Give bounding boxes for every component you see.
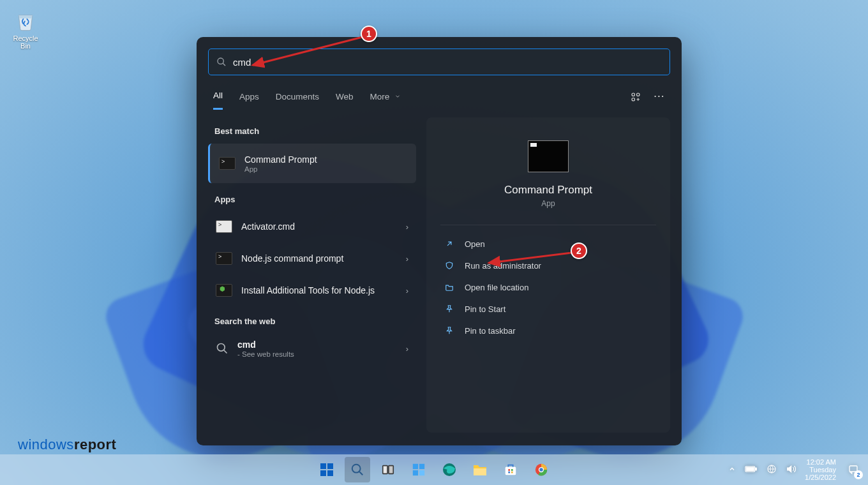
taskbar: 12:02 AM Tuesday 1/25/2022 2	[0, 454, 868, 485]
section-apps: Apps	[208, 186, 416, 209]
svg-rect-17	[413, 464, 418, 469]
action-pin-start[interactable]: Pin to Start	[435, 298, 661, 320]
svg-rect-12	[327, 470, 333, 476]
volume-icon[interactable]	[786, 464, 796, 476]
svg-rect-23	[505, 466, 516, 475]
search-icon	[216, 342, 228, 355]
chevron-right-icon: ›	[406, 254, 408, 264]
svg-rect-20	[419, 470, 424, 475]
search-icon	[216, 57, 227, 67]
result-web-cmd[interactable]: cmd - See web results ›	[208, 334, 416, 363]
svg-line-1	[223, 63, 225, 66]
result-activator-cmd[interactable]: Activator.cmd ›	[208, 212, 416, 241]
chrome-button[interactable]	[528, 457, 554, 482]
tab-documents[interactable]: Documents	[276, 87, 319, 109]
annotation-badge-1: 1	[361, 26, 377, 42]
result-nodejs-tools[interactable]: Install Additional Tools for Node.js ›	[208, 276, 416, 305]
quick-settings-icon[interactable]	[630, 91, 641, 105]
svg-rect-11	[320, 470, 326, 476]
svg-rect-33	[747, 467, 754, 470]
tab-web[interactable]: Web	[336, 87, 354, 109]
action-run-admin[interactable]: Run as administrator	[435, 255, 661, 276]
pin-icon	[444, 304, 454, 314]
svg-rect-10	[327, 463, 333, 469]
tab-more[interactable]: More	[370, 87, 401, 109]
nodejs-icon	[216, 284, 232, 297]
folder-icon	[472, 463, 488, 477]
preview-subtitle: App	[426, 199, 670, 208]
battery-icon[interactable]	[745, 465, 758, 475]
network-icon[interactable]	[767, 464, 777, 476]
chevron-right-icon: ›	[406, 222, 408, 232]
action-pin-taskbar[interactable]: Pin to taskbar	[435, 320, 661, 341]
svg-rect-32	[756, 468, 757, 470]
svg-rect-25	[511, 469, 513, 471]
svg-point-4	[632, 98, 635, 101]
tab-all[interactable]: All	[213, 86, 223, 110]
svg-rect-9	[320, 463, 326, 469]
result-nodejs-cmd[interactable]: Node.js command prompt ›	[208, 244, 416, 273]
system-tray: 12:02 AM Tuesday 1/25/2022 2	[728, 458, 868, 481]
svg-rect-22	[474, 468, 486, 475]
open-icon	[444, 239, 454, 249]
svg-point-0	[218, 58, 223, 64]
preview-pane: Command Prompt App Open Run as administr…	[426, 117, 670, 433]
divider	[440, 225, 656, 225]
svg-point-3	[636, 93, 640, 96]
tab-apps[interactable]: Apps	[239, 87, 259, 109]
taskbar-search-button[interactable]	[345, 457, 370, 482]
preview-title: Command Prompt	[426, 184, 670, 197]
task-view-button[interactable]	[375, 457, 401, 482]
search-icon	[350, 463, 364, 477]
microsoft-store-button[interactable]	[498, 457, 523, 482]
svg-line-6	[224, 350, 227, 354]
section-best-match: Best match	[208, 117, 416, 141]
search-input[interactable]	[233, 57, 662, 68]
taskbar-clock[interactable]: 12:02 AM Tuesday 1/25/2022	[805, 458, 836, 481]
svg-rect-18	[419, 464, 424, 469]
action-open[interactable]: Open	[435, 233, 661, 255]
store-icon	[504, 463, 518, 477]
svg-point-2	[632, 93, 635, 96]
svg-rect-19	[413, 470, 418, 475]
svg-point-5	[218, 344, 225, 352]
watermark: windowsreport	[18, 436, 116, 453]
cmd-file-icon	[216, 220, 232, 233]
more-options-icon[interactable]: ···	[654, 91, 665, 105]
svg-rect-26	[508, 472, 510, 474]
section-search-web: Search the web	[208, 308, 416, 331]
command-prompt-icon	[219, 157, 236, 170]
results-column: Best match Command Prompt App Apps Activ…	[208, 117, 416, 433]
svg-rect-16	[389, 466, 393, 474]
svg-rect-24	[508, 469, 510, 471]
command-prompt-large-icon	[528, 140, 569, 172]
tray-chevron-icon[interactable]	[728, 465, 736, 475]
desktop-icon-label: Recycle Bin	[8, 34, 43, 50]
chevron-right-icon: ›	[406, 344, 408, 354]
desktop-icon-recycle-bin[interactable]: Recycle Bin	[8, 8, 43, 50]
folder-icon	[444, 282, 454, 292]
start-search-panel: All Apps Documents Web More ··· Best mat…	[197, 37, 682, 445]
search-box[interactable]	[208, 48, 670, 75]
svg-rect-27	[511, 472, 513, 474]
shield-icon	[444, 260, 454, 271]
start-button[interactable]	[314, 457, 340, 482]
action-open-location[interactable]: Open file location	[435, 276, 661, 298]
svg-point-13	[352, 465, 361, 473]
windows-logo-icon	[319, 462, 334, 477]
task-view-icon	[381, 463, 395, 477]
file-explorer-button[interactable]	[467, 457, 493, 482]
chevron-down-icon	[394, 93, 401, 100]
svg-point-30	[539, 468, 543, 472]
chrome-icon	[534, 463, 548, 477]
widgets-button[interactable]	[406, 457, 431, 482]
recycle-bin-icon	[13, 8, 38, 32]
widgets-icon	[412, 463, 426, 477]
pin-icon	[444, 325, 454, 336]
notifications-button[interactable]: 2	[845, 461, 862, 478]
chevron-right-icon: ›	[406, 286, 408, 295]
command-prompt-icon	[216, 252, 232, 265]
result-best-command-prompt[interactable]: Command Prompt App	[208, 144, 416, 183]
edge-button[interactable]	[437, 457, 462, 482]
svg-rect-15	[383, 466, 387, 474]
